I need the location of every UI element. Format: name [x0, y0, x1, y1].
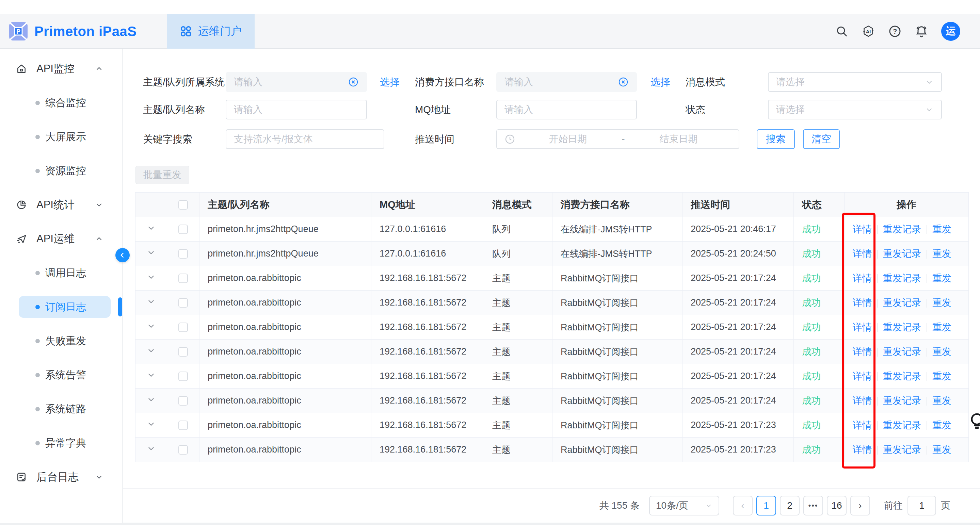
- search-icon[interactable]: [835, 24, 849, 38]
- sidebar-group-5[interactable]: API运维: [0, 222, 122, 256]
- page-button-1[interactable]: 1: [756, 496, 776, 515]
- resend-link[interactable]: 重发: [932, 322, 951, 332]
- row-checkbox[interactable]: [178, 396, 188, 406]
- message-mode-select[interactable]: 请选择: [768, 72, 942, 92]
- resend-link[interactable]: 重发: [932, 224, 951, 235]
- row-checkbox[interactable]: [178, 420, 188, 430]
- detail-link[interactable]: 详情: [853, 273, 872, 284]
- mq-address-input[interactable]: 请输入: [496, 100, 637, 119]
- resend-link[interactable]: 重发: [932, 420, 951, 430]
- page-button-16[interactable]: 16: [827, 496, 846, 515]
- clear-circle-icon[interactable]: [348, 76, 359, 87]
- row-checkbox[interactable]: [178, 274, 188, 283]
- sidebar-group-0[interactable]: API监控: [0, 52, 122, 86]
- expand-row-icon[interactable]: [147, 273, 156, 281]
- resend-record-link[interactable]: 重发记录: [883, 297, 921, 308]
- tab-ops-portal[interactable]: 运维门户: [167, 14, 255, 49]
- sidebar-group-12[interactable]: 后台日志: [0, 460, 122, 494]
- row-checkbox[interactable]: [178, 298, 188, 308]
- resend-link[interactable]: 重发: [932, 395, 951, 406]
- ai-icon[interactable]: AI: [862, 24, 875, 38]
- sidebar-item-11[interactable]: 异常字典: [0, 426, 122, 460]
- system-select-link[interactable]: 选择: [380, 72, 399, 92]
- more-pages-button[interactable]: •••: [803, 496, 823, 515]
- detail-link[interactable]: 详情: [853, 297, 872, 308]
- resend-record-link[interactable]: 重发记录: [883, 273, 921, 284]
- resend-record-link[interactable]: 重发记录: [883, 322, 921, 332]
- resend-link[interactable]: 重发: [932, 444, 951, 455]
- clear-button[interactable]: 清空: [803, 129, 840, 149]
- sidebar-item-10[interactable]: 系统链路: [0, 392, 122, 426]
- sidebar-item-1[interactable]: 综合监控: [0, 86, 122, 120]
- help-icon[interactable]: ?: [888, 24, 902, 38]
- queue-name-input[interactable]: 请输入: [226, 100, 367, 119]
- system-input[interactable]: 请输入: [226, 72, 367, 92]
- sidebar-item-7[interactable]: 订阅日志: [0, 290, 122, 324]
- detail-link[interactable]: 详情: [853, 444, 872, 455]
- resend-link[interactable]: 重发: [932, 371, 951, 381]
- sidebar-group-4[interactable]: API统计: [0, 188, 122, 222]
- expand-row-icon[interactable]: [147, 371, 156, 379]
- keyword-input[interactable]: 支持流水号/报文体: [226, 129, 384, 149]
- detail-link[interactable]: 详情: [853, 346, 872, 357]
- cell-message-mode: 队列: [484, 217, 552, 241]
- resend-record-link[interactable]: 重发记录: [883, 420, 921, 430]
- table-row: primeton.hr.jms2httpQueue127.0.0.1:61616…: [135, 241, 969, 266]
- resend-link[interactable]: 重发: [932, 273, 951, 284]
- consumer-select-link[interactable]: 选择: [651, 72, 670, 92]
- detail-link[interactable]: 详情: [853, 224, 872, 235]
- page-size-select[interactable]: 10条/页: [649, 496, 719, 515]
- search-button[interactable]: 搜索: [757, 129, 795, 149]
- resend-record-link[interactable]: 重发记录: [883, 224, 921, 235]
- expand-row-icon[interactable]: [147, 444, 156, 453]
- resend-record-link[interactable]: 重发记录: [883, 444, 921, 455]
- row-checkbox[interactable]: [178, 249, 188, 259]
- prev-page-button[interactable]: ‹: [733, 496, 752, 515]
- detail-link[interactable]: 详情: [853, 322, 872, 332]
- detail-link[interactable]: 详情: [853, 395, 872, 406]
- row-checkbox[interactable]: [178, 445, 188, 455]
- resend-link[interactable]: 重发: [932, 346, 951, 357]
- cell-mq-address: 192.168.16.181:5672: [371, 266, 484, 290]
- detail-link[interactable]: 详情: [853, 248, 872, 259]
- resend-link[interactable]: 重发: [932, 248, 951, 259]
- bell-icon[interactable]: [915, 24, 928, 38]
- expand-row-icon[interactable]: [147, 395, 156, 404]
- detail-link[interactable]: 详情: [853, 371, 872, 381]
- row-checkbox[interactable]: [178, 225, 188, 234]
- expand-row-icon[interactable]: [147, 248, 156, 257]
- sidebar-item-9[interactable]: 系统告警: [0, 358, 122, 392]
- sidebar-item-3[interactable]: 资源监控: [0, 154, 122, 188]
- goto-page-input[interactable]: 1: [907, 496, 936, 515]
- select-all-checkbox[interactable]: [178, 200, 188, 209]
- page-button-2[interactable]: 2: [780, 496, 800, 515]
- cell-consumer: RabbitMQ订阅接口: [552, 438, 682, 462]
- next-page-button[interactable]: ›: [850, 496, 870, 515]
- batch-resend-button[interactable]: 批量重发: [135, 166, 189, 184]
- detail-link[interactable]: 详情: [853, 420, 872, 430]
- row-checkbox[interactable]: [178, 322, 188, 332]
- resend-record-link[interactable]: 重发记录: [883, 248, 921, 259]
- resend-record-link[interactable]: 重发记录: [883, 371, 921, 381]
- row-checkbox[interactable]: [178, 371, 188, 381]
- sidebar-item-2[interactable]: 大屏展示: [0, 120, 122, 154]
- status-select[interactable]: 请选择: [768, 100, 942, 119]
- resend-record-link[interactable]: 重发记录: [883, 395, 921, 406]
- sidebar-item-6[interactable]: 调用日志: [0, 256, 122, 290]
- expand-row-icon[interactable]: [147, 297, 156, 306]
- sidebar-collapse-button[interactable]: [115, 248, 130, 262]
- expand-row-icon[interactable]: [147, 224, 156, 232]
- expand-row-icon[interactable]: [147, 322, 156, 330]
- resend-record-link[interactable]: 重发记录: [883, 346, 921, 357]
- push-time-range-input[interactable]: 开始日期 - 结束日期: [496, 129, 739, 149]
- row-checkbox[interactable]: [178, 347, 188, 357]
- expand-row-icon[interactable]: [147, 420, 156, 428]
- clear-circle-icon[interactable]: [618, 76, 629, 87]
- sidebar-item-8[interactable]: 失败重发: [0, 324, 122, 358]
- chevron-down-icon: [925, 105, 934, 114]
- expand-row-icon[interactable]: [147, 346, 156, 355]
- resend-link[interactable]: 重发: [932, 297, 951, 308]
- user-avatar[interactable]: 运: [941, 22, 960, 41]
- consumer-input[interactable]: 请输入: [496, 72, 637, 92]
- lightbulb-icon[interactable]: [967, 412, 980, 431]
